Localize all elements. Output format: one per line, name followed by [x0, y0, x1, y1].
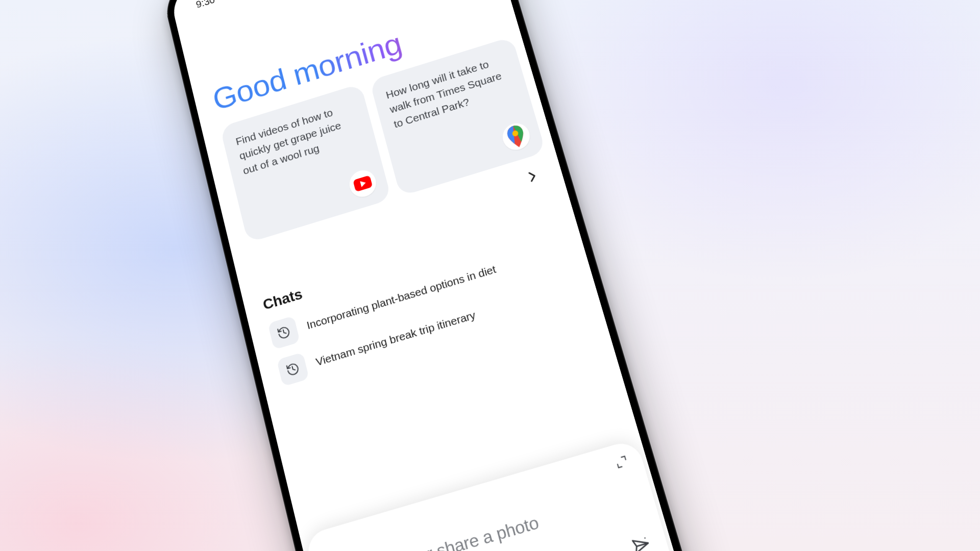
- input-placeholder: Type, talk, or share a photo: [337, 512, 541, 551]
- history-icon: [277, 352, 309, 387]
- suggestion-text: Find videos of how to quickly get grape …: [234, 98, 363, 179]
- send-button[interactable]: [629, 533, 654, 551]
- youtube-icon: [347, 167, 379, 200]
- chat-title: Incorporating plant-based options in die…: [305, 263, 497, 332]
- chat-row[interactable]: Incorporating plant-based options in die…: [267, 235, 568, 350]
- text-input[interactable]: Type, talk, or share a photo: [331, 484, 636, 551]
- input-sheet[interactable]: Type, talk, or share a photo: [304, 438, 685, 551]
- chat-list: Incorporating plant-based options in die…: [267, 235, 579, 387]
- history-icon: [267, 316, 300, 350]
- svg-line-1: [636, 543, 648, 546]
- phone-screen: 9:30 5G Good morning Find videos: [169, 0, 691, 551]
- cards-next-button[interactable]: [523, 167, 542, 187]
- maps-icon: [500, 120, 533, 153]
- chats-heading: Chats: [261, 286, 304, 313]
- chevron-right-icon: [523, 167, 542, 186]
- expand-button[interactable]: [614, 455, 630, 472]
- status-time: 9:30: [195, 0, 216, 10]
- phone-frame: 9:30 5G Good morning Find videos: [161, 0, 700, 551]
- suggestion-text: How long will it take to walk from Times…: [384, 52, 516, 132]
